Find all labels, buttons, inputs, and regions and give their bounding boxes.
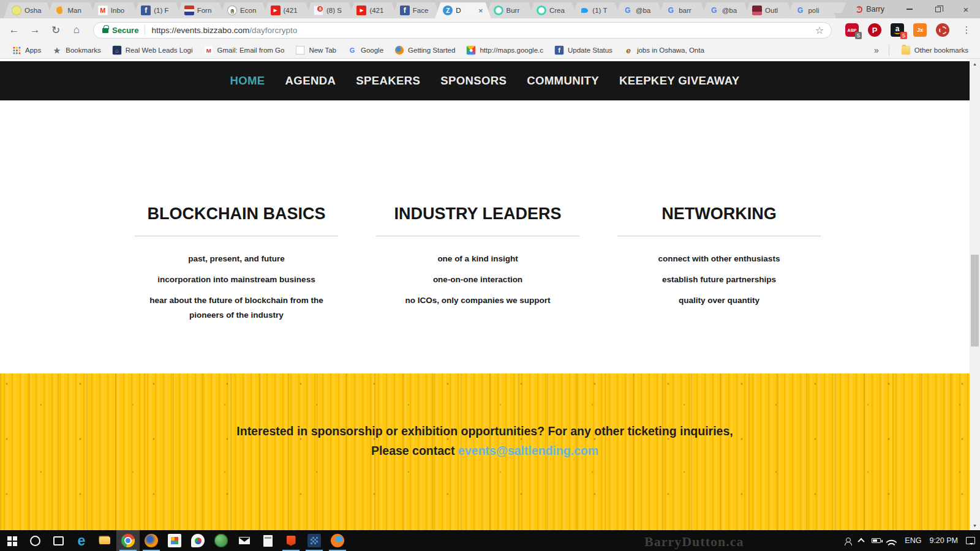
bookmark-item[interactable]: Google [342,43,389,58]
taskbar-button[interactable] [47,530,70,551]
browser-tab[interactable]: Face [392,2,440,18]
bookmarks-overflow-chevron[interactable]: » [870,45,883,55]
feature-column: INDUSTRY LEADERS one of a kind insight o… [376,204,579,329]
site-nav-link[interactable]: COMMUNITY [527,74,599,88]
browser-tab[interactable]: @ba [615,2,663,18]
people-icon[interactable] [845,538,851,544]
bookmark-item[interactable]: Gmail: Email from Go [198,43,290,58]
other-bookmarks[interactable]: Other bookmarks [895,43,974,58]
window-minimize-button[interactable] [895,0,924,18]
profile-sync-icon [856,6,862,13]
browser-tab[interactable]: Outl [744,2,793,18]
bookmark-item[interactable]: Apps [6,43,47,58]
bookmark-item[interactable]: Update Status [549,43,618,58]
browser-tab[interactable]: Osha [4,2,52,18]
chrome-menu-icon[interactable]: ⋮ [959,24,974,36]
tab-close-icon[interactable]: × [478,7,483,15]
browser-tab[interactable]: D × [435,2,491,18]
taskbar-button[interactable] [326,530,349,551]
taskbar-button[interactable] [209,530,233,551]
taskbar-button[interactable] [23,530,47,551]
taskbar-button[interactable] [233,530,256,551]
omnibox-divider [145,25,145,35]
extension-icon[interactable]: 5 [845,23,859,37]
sponsorship-banner: Interested in sponsorship or exhibition … [0,373,970,530]
taskbar-app-icon [263,535,273,547]
browser-tab[interactable]: Burr [486,2,534,18]
site-nav-link[interactable]: HOME [230,74,265,88]
taskbar-button[interactable] [303,530,326,551]
secure-lock-icon[interactable] [102,28,108,33]
bookmark-item[interactable]: Getting Started [389,43,461,58]
clock[interactable]: 9:20 PM [929,536,958,545]
bookmark-favicon [467,45,475,54]
site-nav-link[interactable]: SPEAKERS [356,74,420,88]
home-button[interactable]: ⌂ [69,22,85,38]
browser-tab[interactable]: (8) S [306,2,354,18]
other-bookmarks-label: Other bookmarks [914,47,968,54]
browser-tab[interactable]: barr [658,2,706,18]
window-close-button[interactable]: × [952,0,980,18]
tab-favicon [356,6,366,15]
bookmark-item[interactable]: jobs in Oshawa, Onta [618,43,710,58]
tab-favicon [795,6,805,15]
browser-tab[interactable]: (1) T [571,2,620,18]
reload-button[interactable]: ↻ [48,22,64,38]
bookmark-star-icon[interactable]: ☆ [815,24,824,36]
browser-tab[interactable]: Econ [219,2,268,18]
tab-favicon [666,6,676,15]
taskbar-app-icon [284,534,298,547]
battery-icon[interactable] [872,538,881,543]
notification-center-icon[interactable] [966,537,975,544]
taskbar-button[interactable] [116,530,140,551]
extension-icon[interactable]: 5 [891,23,904,37]
site-nav-link[interactable]: AGENDA [285,74,336,88]
browser-profile[interactable]: Barry [856,5,884,13]
bookmark-item[interactable]: Real Web Leads Logi [107,43,198,58]
scrollbar-thumb[interactable] [971,255,979,347]
browser-tab[interactable]: Inbo [90,2,138,18]
bookmark-label: http://maps.google.c [480,47,543,54]
browser-tab[interactable]: (1) F [133,2,181,18]
scrollbar-up-icon[interactable]: ▲ [970,59,980,69]
browser-tab[interactable]: Crea [529,2,577,18]
tab-strip: Osha Man Inbo (1) F [4,2,831,18]
browser-tab[interactable]: Man [47,2,95,18]
tray-chevron-icon[interactable] [858,538,865,545]
bookmark-item[interactable]: http://maps.google.c [461,43,549,58]
browser-toolbar: ← → ↻ ⌂ Secure https://events.bizzabo.co… [0,18,980,42]
wifi-icon[interactable] [886,536,897,547]
browser-tab[interactable]: Forn [176,2,225,18]
window-restore-button[interactable] [924,0,952,18]
browser-tab[interactable]: (421 [349,2,397,18]
taskbar-button[interactable] [256,530,279,551]
taskbar-button[interactable] [0,530,23,551]
url-text[interactable]: https://events.bizzabo.com/dayforcrypto [151,26,810,35]
column-item: hear about the future of blockchain from… [135,293,338,323]
extension-icon[interactable] [936,23,949,37]
site-nav-link[interactable]: SPONSORS [440,74,507,88]
feature-column: BLOCKCHAIN BASICS past, present, and fut… [135,204,338,329]
page-scrollbar[interactable]: ▲ ▼ [970,59,980,530]
site-nav-link[interactable]: KEEPKEY GIVEAWAY [619,74,740,88]
taskbar-button[interactable] [70,530,93,551]
extension-icon[interactable] [913,23,927,37]
browser-tab[interactable]: @ba [701,2,750,18]
taskbar-button[interactable] [140,530,163,551]
taskbar-button[interactable] [163,530,186,551]
scrollbar-down-icon[interactable]: ▼ [970,520,980,530]
forward-button[interactable]: → [27,22,43,38]
back-button[interactable]: ← [6,22,22,38]
extension-icon[interactable] [868,23,881,37]
taskbar-button[interactable] [93,530,116,551]
security-label[interactable]: Secure [112,26,138,35]
bookmark-item[interactable]: Bookmarks [47,43,107,58]
taskbar-button[interactable] [279,530,303,551]
browser-tab[interactable]: (421 [263,2,311,18]
taskbar-button[interactable] [186,530,209,551]
tab-favicon [494,6,503,15]
bookmark-item[interactable]: New Tab [290,43,342,58]
language-indicator[interactable]: ENG [905,536,921,545]
contact-email-link[interactable]: events@saltlending.com [458,444,598,457]
omnibox[interactable]: Secure https://events.bizzabo.com/dayfor… [93,22,832,39]
